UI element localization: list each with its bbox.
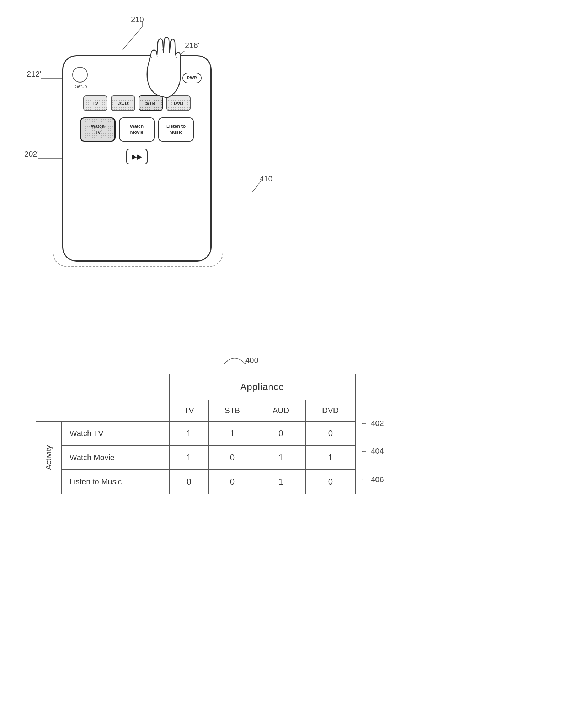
col-tv: TV [169, 400, 208, 421]
table-row-listen-music: Listen to Music 0 0 1 0 [36, 470, 355, 494]
ref-404-label: 404 [371, 447, 384, 456]
ref-202-label: 202' [24, 149, 39, 159]
watch-movie-tv: 1 [169, 445, 208, 470]
appliance-header: Appliance [169, 374, 355, 400]
play-button[interactable]: ▶▶ [126, 149, 148, 164]
arrow-406: ← [361, 476, 367, 484]
arrow-404: ← [361, 448, 367, 455]
watch-tv-stb: 1 [209, 421, 256, 445]
ref-410-line [252, 178, 274, 199]
ref-406-label: 406 [371, 475, 384, 484]
ref-212-label: 212' [27, 69, 41, 79]
ref-402-label: 402 [371, 419, 384, 428]
svg-line-10 [175, 50, 175, 55]
watch-tv-tv: 1 [169, 421, 208, 445]
svg-line-11 [245, 359, 247, 364]
ref-402-group: ← 402 [361, 419, 384, 428]
activity-appliance-table: Appliance TV STB AUD DVD Activity Watch … [36, 374, 356, 494]
ref-400-arc [220, 350, 249, 365]
hand-illustration [139, 32, 210, 110]
watch-movie-stb: 0 [209, 445, 256, 470]
aud-device-btn[interactable]: AUD [111, 95, 135, 111]
col-aud: AUD [256, 400, 305, 421]
circle-button[interactable] [72, 67, 88, 83]
arrow-402: ← [361, 420, 367, 427]
watch-movie-label: Watch Movie [62, 445, 170, 470]
ref-404-group: ← 404 [361, 447, 384, 456]
activity-vertical-label: Activity [44, 445, 53, 470]
remote-dashed-extension [53, 238, 223, 267]
watch-movie-activity-btn[interactable]: WatchMovie [119, 117, 155, 142]
watch-movie-dvd: 1 [306, 445, 355, 470]
col-stb: STB [209, 400, 256, 421]
watch-movie-aud: 1 [256, 445, 305, 470]
listen-music-stb: 0 [209, 470, 256, 494]
listen-music-aud: 1 [256, 470, 305, 494]
watch-tv-label: Watch TV [62, 421, 170, 445]
tv-device-btn[interactable]: TV [83, 95, 107, 111]
col-dvd: DVD [306, 400, 355, 421]
watch-tv-dvd: 0 [306, 421, 355, 445]
listen-music-tv: 0 [169, 470, 208, 494]
ref-406-group: ← 406 [361, 475, 384, 484]
listen-music-activity-btn[interactable]: Listen toMusic [158, 117, 194, 142]
setup-label: Setup [73, 84, 87, 89]
listen-music-dvd: 0 [306, 470, 355, 494]
watch-tv-aud: 0 [256, 421, 305, 445]
table-container: Appliance TV STB AUD DVD Activity Watch … [36, 374, 356, 494]
activity-buttons-row: WatchTV WatchMovie Listen toMusic [72, 117, 202, 142]
listen-music-label: Listen to Music [62, 470, 170, 494]
watch-tv-activity-btn[interactable]: WatchTV [80, 117, 116, 142]
play-area: ▶▶ [72, 149, 202, 164]
svg-line-6 [252, 178, 263, 192]
table-row-watch-movie: Watch Movie 1 0 1 1 [36, 445, 355, 470]
setup-group: Setup [72, 67, 88, 89]
table-row-watch-tv: Activity Watch TV 1 1 0 0 [36, 421, 355, 445]
